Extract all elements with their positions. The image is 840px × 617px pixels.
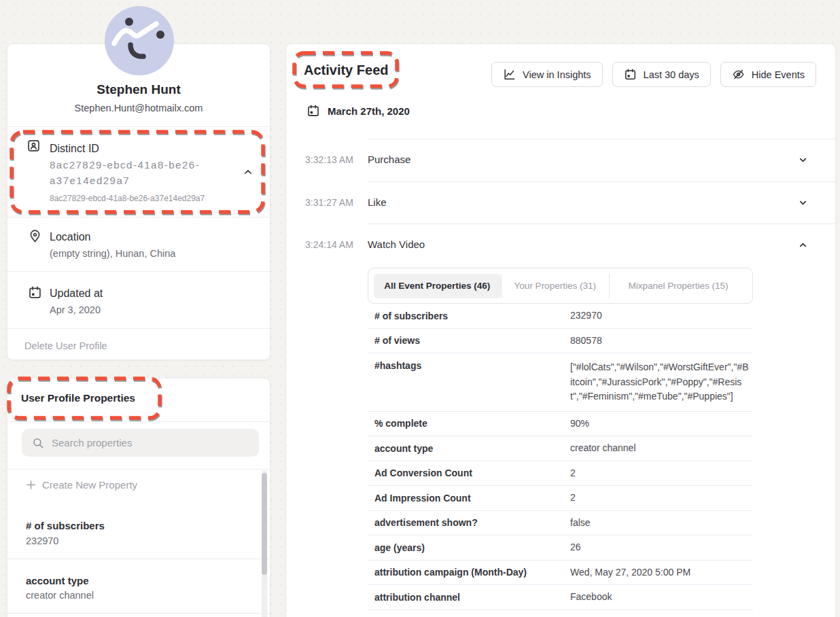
property-value: Facebook <box>570 585 753 610</box>
map-pin-icon <box>28 229 42 243</box>
event-expand-button[interactable] <box>797 198 808 209</box>
property-name: # of subscribers <box>26 520 105 531</box>
create-new-property-button[interactable]: Create New Property <box>26 479 137 491</box>
activity-feed-title: Activity Feed <box>304 63 388 78</box>
properties-title: User Profile Properties <box>21 392 135 404</box>
property-value: 232970 <box>26 535 58 546</box>
view-in-insights-button[interactable]: View in Insights <box>491 62 602 87</box>
feed-toolbar: View in Insights Last 30 days Hide Event… <box>491 62 816 87</box>
user-profile-card: Stephen Hunt Stephen.Hunt@hotmailx.com D… <box>7 43 270 360</box>
calendar-icon <box>624 68 637 81</box>
divider <box>7 126 270 127</box>
property-value: creator channel <box>570 436 753 461</box>
property-value: 2 <box>570 486 753 510</box>
distinct-id-value: 8ac27829-ebcd-41a8-be26-a37e14ed29a7 <box>50 157 245 188</box>
updated-at-label: Updated at <box>50 287 103 300</box>
table-row: # of views 880578 <box>368 329 753 354</box>
properties-scrollbar-thumb[interactable] <box>262 473 267 575</box>
property-name: account type <box>26 575 89 586</box>
create-new-property-label: Create New Property <box>42 479 137 491</box>
property-key: attribution campaign (Month-Day) <box>368 562 570 582</box>
divider <box>7 217 270 217</box>
property-value: 232970 <box>570 304 753 328</box>
property-value: 26 <box>570 535 753 560</box>
divider <box>7 421 270 422</box>
event-expand-button[interactable] <box>797 155 808 166</box>
property-key: #hashtags <box>368 353 570 376</box>
property-value: 880578 <box>570 329 753 353</box>
view-in-insights-label: View in Insights <box>523 69 591 80</box>
table-row: attribution campaign (Month-Day) Wed, Ma… <box>368 561 753 586</box>
property-key: % complete <box>368 413 570 434</box>
location-value: (empty string), Hunan, China <box>50 248 175 259</box>
property-key: Ad Impression Count <box>368 488 570 508</box>
table-row: advertisement shown? false <box>368 511 753 536</box>
divider <box>368 139 835 139</box>
property-value: ["#lolCats","#Wilson","#WorstGiftEver","… <box>570 353 753 411</box>
table-row: account type creator channel <box>368 436 753 461</box>
property-value: creator channel <box>26 590 94 601</box>
eye-off-icon <box>732 68 745 81</box>
date-range-label: Last 30 days <box>644 69 699 80</box>
table-row: attribution channel Facebook <box>368 585 753 610</box>
user-avatar <box>105 6 174 75</box>
property-value: Wed, May 27, 2020 5:00 PM <box>570 561 753 585</box>
divider <box>368 224 835 224</box>
property-value: 90% <box>570 412 753 436</box>
plus-icon <box>26 480 36 490</box>
event-name: Purchase <box>368 154 410 165</box>
property-key: attribution channel <box>368 587 570 607</box>
property-key: age (years) <box>368 537 570 558</box>
avatar-left-eye <box>125 18 133 26</box>
table-row: age (years) 26 <box>368 535 753 561</box>
tab-all-event-properties[interactable]: All Event Properties (46) <box>374 274 501 298</box>
location-label: Location <box>50 231 91 243</box>
table-row: Ad Conversion Count 2 <box>368 461 753 487</box>
event-name: Watch Video <box>368 239 425 250</box>
activity-feed-card: Activity Feed View in Insights Last 30 d… <box>285 43 836 617</box>
table-row: #hashtags ["#lolCats","#Wilson","#WorstG… <box>368 353 753 412</box>
divider <box>7 469 270 470</box>
tab-mixpanel-properties[interactable]: Mixpanel Properties (15) <box>609 274 747 298</box>
calendar-icon <box>28 285 42 300</box>
feed-date-label: March 27th, 2020 <box>328 105 410 117</box>
hide-events-button[interactable]: Hide Events <box>720 62 816 87</box>
chevron-down-icon <box>798 155 808 165</box>
user-profile-properties-card: User Profile Properties Create New Prope… <box>7 378 270 617</box>
chevron-up-icon <box>798 240 808 250</box>
property-key: advertisement shown? <box>368 512 570 533</box>
distinct-id-subtext: 8ac27829-ebcd-41a8-be26-a37e14ed29a7 <box>50 194 205 203</box>
event-collapse-button[interactable] <box>797 240 808 251</box>
date-range-button[interactable]: Last 30 days <box>612 62 711 87</box>
event-properties-table: All Event Properties (46) Your Propertie… <box>368 268 753 610</box>
distinct-id-label: Distinct ID <box>50 143 99 155</box>
divider <box>7 328 270 329</box>
id-card-icon <box>27 139 41 153</box>
property-key: Ad Conversion Count <box>368 463 570 483</box>
user-name: Stephen Hunt <box>7 82 270 97</box>
property-key: # of subscribers <box>368 306 570 326</box>
property-key: account type <box>368 438 570 459</box>
hide-events-label: Hide Events <box>752 69 805 80</box>
event-name: Like <box>368 196 387 208</box>
divider <box>7 559 270 559</box>
delete-user-profile-link[interactable]: Delete User Profile <box>24 340 107 351</box>
divider <box>7 271 270 272</box>
avatar-right-eye <box>156 31 164 39</box>
divider <box>7 613 270 614</box>
search-properties-input[interactable] <box>22 429 259 457</box>
property-key: # of views <box>368 330 570 351</box>
event-properties-tabbar: All Event Properties (46) Your Propertie… <box>368 268 753 304</box>
chevron-down-icon <box>798 198 808 208</box>
distinct-id-collapse-button[interactable] <box>243 166 253 177</box>
tab-your-properties[interactable]: Your Properties (31) <box>501 274 609 298</box>
calendar-icon <box>307 104 320 118</box>
feed-date-header: March 27th, 2020 <box>307 104 410 118</box>
updated-at-value: Apr 3, 2020 <box>50 304 101 315</box>
property-value: 2 <box>570 461 753 486</box>
chevron-up-icon <box>243 166 253 177</box>
property-value: false <box>570 511 753 535</box>
table-row: % complete 90% <box>368 412 753 437</box>
event-time: 3:24:14 AM <box>305 239 353 250</box>
line-chart-icon <box>503 68 516 81</box>
